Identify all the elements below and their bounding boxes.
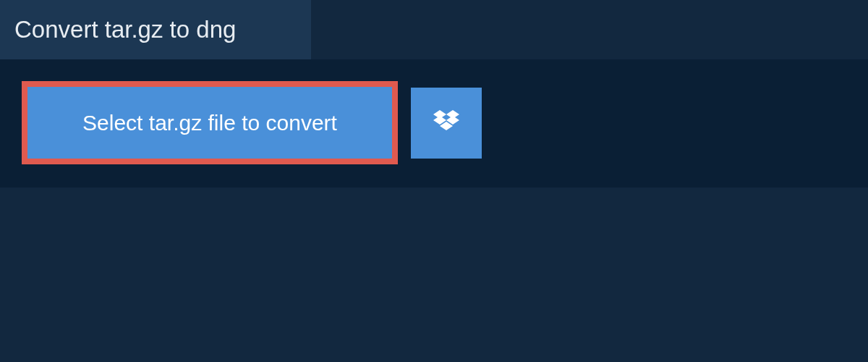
- header-tab: Convert tar.gz to dng: [0, 0, 311, 59]
- dropbox-icon: [433, 110, 459, 136]
- page-title: Convert tar.gz to dng: [14, 16, 289, 43]
- upload-panel: Select tar.gz file to convert: [0, 59, 868, 188]
- select-file-label: Select tar.gz file to convert: [82, 111, 337, 135]
- dropbox-button[interactable]: [411, 88, 482, 159]
- select-file-button[interactable]: Select tar.gz file to convert: [22, 81, 398, 164]
